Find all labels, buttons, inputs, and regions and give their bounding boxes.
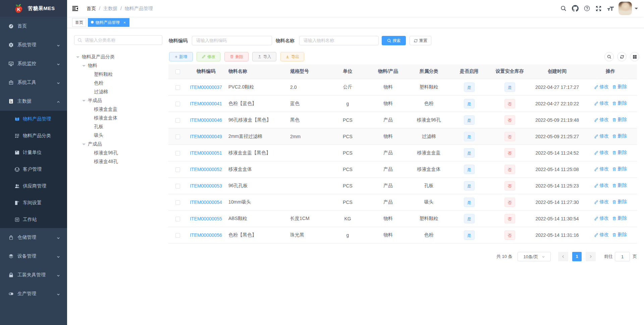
svg-text:K: K — [17, 7, 20, 12]
svg-text:2F4: 2F4 — [18, 202, 19, 202]
